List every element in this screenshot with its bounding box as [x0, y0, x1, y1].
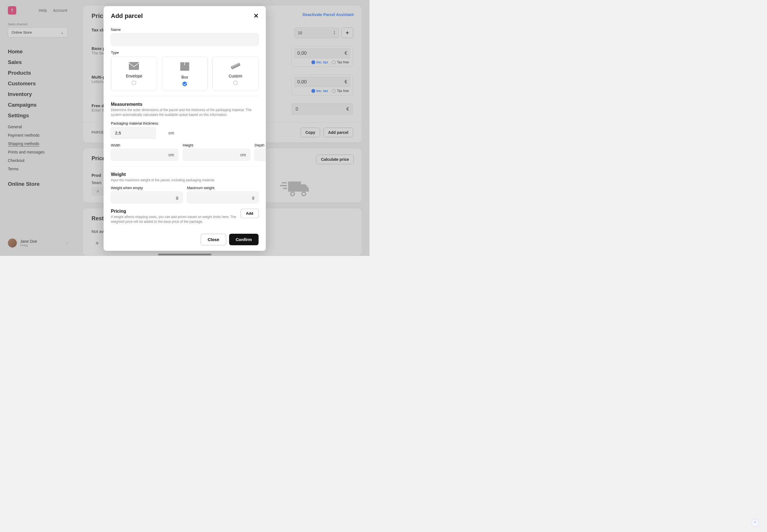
type-label: Type	[111, 51, 258, 55]
max-weight-input[interactable]	[191, 195, 252, 200]
pricing-desc: If weight affects shipping costs, you ca…	[111, 215, 236, 224]
type-envelope-label: Envelope	[114, 74, 154, 78]
modal-title: Add parcel	[111, 12, 143, 20]
weight-empty-input[interactable]	[115, 195, 176, 200]
radio-icon	[182, 82, 187, 86]
modal-overlay: Add parcel ✕ Name Type Envelope	[0, 0, 369, 256]
type-box-label: Box	[165, 75, 205, 79]
name-label: Name	[111, 27, 258, 32]
width-label: Width	[111, 143, 178, 147]
measurements-title: Measurements	[111, 102, 258, 107]
scrollbar[interactable]	[158, 254, 211, 255]
svg-rect-8	[129, 62, 139, 70]
depth-label: Depth	[255, 143, 266, 147]
box-icon	[165, 62, 205, 73]
thickness-label: Packaging material thickness	[111, 121, 258, 125]
radio-icon	[233, 81, 238, 85]
close-button[interactable]: Close	[201, 234, 226, 245]
thickness-input[interactable]	[115, 130, 168, 135]
weight-empty-label: Weight when empty	[111, 186, 182, 190]
depth-input[interactable]	[259, 152, 266, 157]
type-option-custom[interactable]: Custom	[212, 56, 258, 90]
close-icon[interactable]: ✕	[253, 12, 258, 20]
weight-desc: Input the maximum weight of the parcel, …	[111, 178, 258, 183]
max-weight-label: Maximum weight	[187, 186, 258, 190]
weight-title: Weight	[111, 172, 258, 177]
add-parcel-modal: Add parcel ✕ Name Type Envelope	[104, 6, 266, 251]
radio-icon	[132, 81, 136, 85]
svg-rect-11	[185, 62, 189, 65]
height-label: Height	[183, 143, 250, 147]
pricing-title: Pricing	[111, 209, 236, 214]
svg-rect-9	[180, 65, 189, 71]
unit-label: cm	[168, 130, 174, 135]
measurements-desc: Determine the outer dimensions of the pa…	[111, 108, 258, 117]
pricing-add-button[interactable]: Add	[240, 209, 258, 218]
envelope-icon	[114, 62, 154, 72]
type-custom-label: Custom	[215, 74, 255, 78]
type-option-box[interactable]: Box	[162, 56, 208, 90]
type-option-envelope[interactable]: Envelope	[111, 56, 157, 90]
thickness-input-wrapper: cm	[111, 127, 156, 139]
height-input[interactable]	[187, 152, 240, 157]
svg-rect-10	[180, 62, 184, 65]
width-input[interactable]	[115, 152, 168, 157]
confirm-button[interactable]: Confirm	[229, 234, 259, 245]
ruler-icon	[215, 62, 255, 72]
name-input[interactable]	[111, 33, 258, 45]
